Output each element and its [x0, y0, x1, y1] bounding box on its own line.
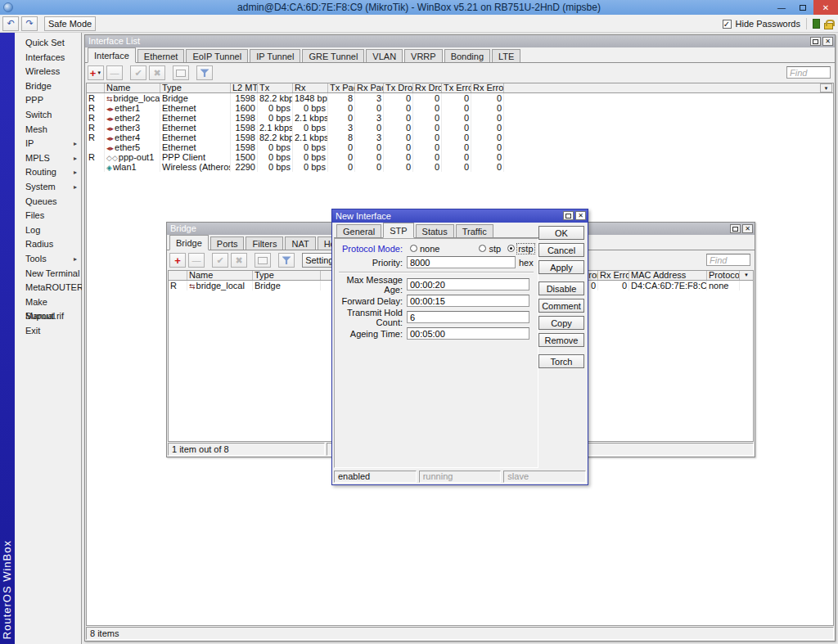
forward-delay-input[interactable] [407, 295, 529, 307]
add-button[interactable]: +▼ [88, 65, 104, 80]
hide-passwords-checkbox[interactable]: ✓ [723, 20, 732, 29]
disable-button[interactable]: ✖ [149, 65, 165, 80]
sidebar-item-radius[interactable]: Radius [15, 237, 81, 252]
tab-bonding[interactable]: Bonding [444, 49, 490, 62]
column-selector-dropdown-icon[interactable]: ▼ [740, 271, 753, 280]
enable-button[interactable]: ✔ [212, 253, 228, 268]
column-selector-dropdown-icon[interactable]: ▼ [820, 83, 832, 92]
tab-bridge[interactable]: Bridge [169, 235, 209, 250]
table-row[interactable]: R◂▸ether3Ethernet15982.1 kbps0 bps300000 [87, 123, 833, 133]
tab-interface[interactable]: Interface [88, 47, 136, 63]
sidebar-item-system[interactable]: System▸ [15, 180, 81, 195]
column-header-tx-pac[interactable]: Tx Pac... [328, 83, 355, 92]
column-header-rx-errors[interactable]: Rx Errors [471, 83, 504, 92]
enable-button[interactable]: ✔ [130, 65, 146, 80]
table-row[interactable]: R◇◇ppp-out1PPP Client15000 bps0 bps00000… [87, 152, 833, 162]
sidebar-item-ppp[interactable]: PPP [15, 93, 81, 108]
table-row[interactable]: ◂▸ether5Ethernet15980 bps0 bps000000 [87, 142, 833, 152]
sidebar-item-metarouter[interactable]: MetaROUTER [15, 281, 81, 295]
column-header-tx-drops[interactable]: Tx Drops [384, 83, 413, 92]
tab-general[interactable]: General [336, 224, 381, 237]
comment-button[interactable] [255, 253, 271, 268]
close-icon[interactable]: ✕ [575, 211, 586, 220]
disable-button[interactable]: Disable [538, 281, 584, 295]
tab-gre-tunnel[interactable]: GRE Tunnel [302, 49, 364, 62]
table-row[interactable]: R◂▸ether1Ethernet16000 bps0 bps000000 [87, 103, 833, 113]
column-header-rx[interactable]: Rx [293, 83, 328, 92]
tab-lte[interactable]: LTE [492, 49, 520, 62]
ageing-time-input[interactable] [407, 327, 529, 340]
remove-button[interactable]: — [106, 65, 123, 80]
sidebar-item-routing[interactable]: Routing▸ [15, 165, 81, 180]
restore-icon[interactable] [730, 224, 741, 233]
tab-ip-tunnel[interactable]: IP Tunnel [250, 49, 300, 62]
sidebar-item-switch[interactable]: Switch [15, 108, 81, 123]
undo-button[interactable]: ↶ [2, 16, 19, 31]
transmit-hold-count-input[interactable] [407, 311, 529, 323]
comment-button[interactable] [173, 65, 189, 80]
radio-stp-icon[interactable] [479, 245, 486, 252]
column-header-rx-errors[interactable]: Rx Errors [598, 271, 629, 280]
sidebar-item-log[interactable]: Log [15, 223, 81, 238]
table-row[interactable]: R◂▸ether4Ethernet159882.2 kbps2.1 kbps83… [87, 133, 833, 142]
sidebar-item-quick-set[interactable]: Quick Set [15, 36, 81, 51]
sidebar-item-tools[interactable]: Tools▸ [15, 252, 81, 267]
sidebar-item-files[interactable]: Files [15, 209, 81, 223]
radio-option-stp[interactable]: stp [479, 244, 501, 254]
sidebar-item-manual[interactable]: Manual [15, 309, 81, 324]
sidebar-item-exit[interactable]: Exit [15, 324, 81, 339]
torch-button[interactable]: Torch [538, 354, 584, 368]
redo-button[interactable]: ↷ [21, 16, 38, 31]
column-flag[interactable] [87, 83, 105, 92]
find-input[interactable] [706, 254, 750, 266]
restore-icon[interactable] [810, 37, 821, 46]
minimize-button[interactable]: — [771, 0, 792, 15]
column-flag[interactable] [169, 271, 187, 280]
radio-option-none[interactable]: none [410, 244, 439, 254]
radio-rstp-icon[interactable] [507, 245, 515, 252]
column-header-name[interactable]: Name [187, 271, 253, 280]
table-row[interactable]: R◂▸ether2Ethernet15980 bps2.1 kbps030000 [87, 113, 833, 123]
close-icon[interactable]: ✕ [822, 37, 833, 46]
disable-button[interactable]: ✖ [231, 253, 247, 268]
tab-nat[interactable]: NAT [285, 236, 315, 250]
column-header-rx-pac[interactable]: Rx Pac... [355, 83, 384, 92]
add-button[interactable]: + [169, 253, 186, 268]
radio-none-icon[interactable] [410, 245, 417, 252]
safe-mode-button[interactable]: Safe Mode [44, 16, 96, 31]
filter-button[interactable] [278, 253, 295, 268]
column-header-type[interactable]: Type [253, 271, 321, 280]
sidebar-item-mpls[interactable]: MPLS▸ [15, 151, 81, 166]
max-message-age-input[interactable] [407, 278, 529, 290]
column-header-tx[interactable]: Tx [258, 83, 293, 92]
sidebar-item-wireless[interactable]: Wireless [15, 65, 81, 79]
sidebar-item-queues[interactable]: Queues [15, 195, 81, 209]
tab-filters[interactable]: Filters [246, 236, 283, 250]
restore-button[interactable] [792, 0, 813, 15]
table-row[interactable]: R⇆bridge_localBridge159882.2 kbps1848 bp… [87, 93, 833, 103]
column-header-mac-address[interactable]: MAC Address [629, 271, 707, 280]
cancel-button[interactable]: Cancel [538, 243, 584, 257]
sidebar-item-bridge[interactable]: Bridge [15, 79, 81, 94]
tab-eoip-tunnel[interactable]: EoIP Tunnel [186, 49, 248, 62]
find-input[interactable] [786, 66, 831, 79]
apply-button[interactable]: Apply [538, 260, 584, 274]
column-header-l2-mtu[interactable]: L2 MTU [231, 83, 258, 92]
column-header-tx-errors[interactable]: Tx Errors [442, 83, 471, 92]
column-header-type[interactable]: Type [160, 83, 231, 92]
sidebar-item-ip[interactable]: IP▸ [15, 137, 81, 151]
restore-icon[interactable] [563, 211, 574, 220]
comment-button[interactable]: Comment [538, 299, 584, 313]
tab-ethernet[interactable]: Ethernet [137, 49, 185, 62]
priority-input[interactable] [407, 256, 516, 268]
table-row[interactable]: ◈wlan1Wireless (Atheros 11N)22900 bps0 b… [87, 162, 833, 172]
radio-option-rstp[interactable]: rstp [507, 244, 534, 254]
filter-button[interactable] [196, 65, 213, 80]
tab-stp[interactable]: STP [383, 223, 413, 238]
column-header-name[interactable]: Name [105, 83, 160, 92]
close-icon[interactable]: ✕ [742, 224, 753, 233]
sidebar-item-interfaces[interactable]: Interfaces [15, 51, 81, 65]
tab-status[interactable]: Status [416, 224, 454, 237]
copy-button[interactable]: Copy [538, 316, 584, 330]
ok-button[interactable]: OK [538, 226, 584, 240]
